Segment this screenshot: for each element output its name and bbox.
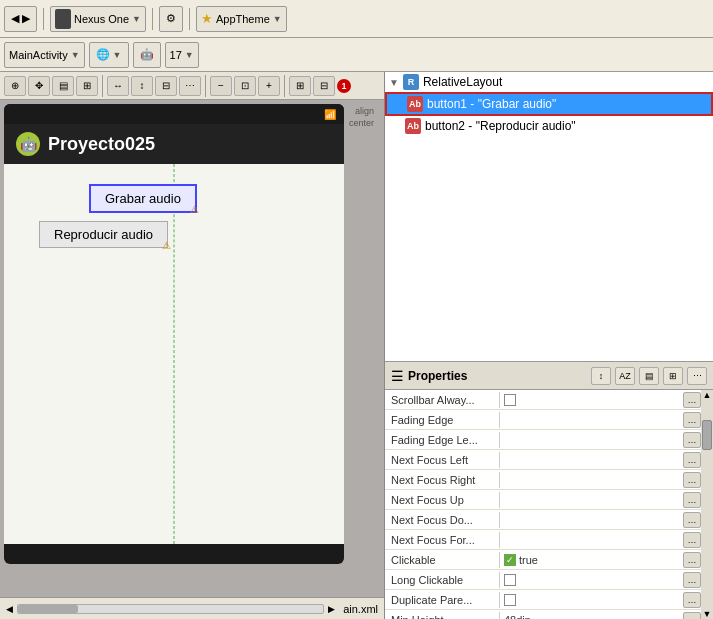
grid-btn[interactable]: ⊞ [76,76,98,96]
prop-value-4 [500,478,683,482]
separator-1 [43,8,44,30]
prop-row-7[interactable]: Next Focus For...… [385,530,701,550]
prop-dots-btn-8[interactable]: … [683,552,701,568]
prop-dots-btn-5[interactable]: … [683,492,701,508]
select-btn[interactable]: ⊕ [4,76,26,96]
zoom-out-btn[interactable]: − [210,76,232,96]
version-dropdown[interactable]: 17 ▼ [165,42,199,68]
pan-btn[interactable]: ✥ [28,76,50,96]
activity-label: MainActivity [9,49,68,61]
zoom-fit2-btn[interactable]: ⊟ [313,76,335,96]
prop-row-2[interactable]: Fading Edge Le...… [385,430,701,450]
properties-icon: ☰ [391,368,404,384]
prop-dots-btn-0[interactable]: … [683,392,701,408]
checkbox-empty-10[interactable] [504,594,516,606]
scroll-up-arrow[interactable]: ▲ [703,390,712,400]
prop-dots-btn-10[interactable]: … [683,592,701,608]
prop-dots-btn-11[interactable]: … [683,612,701,620]
prop-val-text-8: true [519,554,538,566]
ruler-h-btn[interactable]: ↔ [107,76,129,96]
checkbox-checked-8[interactable]: ✓ [504,554,516,566]
canvas-sep-3 [284,75,285,97]
app-header: 🤖 Proyecto025 [4,124,344,164]
prop-row-11[interactable]: Min Height48dip… [385,610,701,619]
checkbox-empty-0[interactable] [504,394,516,406]
layout-btn[interactable]: ▤ [52,76,74,96]
prop-name-2: Fading Edge Le... [385,432,500,448]
prop-value-6 [500,518,683,522]
button2-reproducir[interactable]: Reproducir audio [39,221,168,248]
android-icon-btn[interactable]: 🤖 [133,42,161,68]
prop-row-8[interactable]: Clickable✓true… [385,550,701,570]
prop-value-11: 48dip [500,612,683,620]
actions-btn[interactable]: ⚙ [159,6,183,32]
checkbox-empty-9[interactable] [504,574,516,586]
tree-item-relativelayout[interactable]: ▼ R RelativeLayout [385,72,713,92]
app-content: Grabar audio Reproducir audio [4,164,344,544]
device-dropdown[interactable]: Nexus One ▼ [50,6,146,32]
prop-sort2-btn[interactable]: AZ [615,367,635,385]
activity-dropdown[interactable]: MainActivity ▼ [4,42,85,68]
app-title-label: Proyecto025 [48,134,155,155]
prop-sort1-btn[interactable]: ↕ [591,367,611,385]
version-dropdown-arrow: ▼ [185,50,194,60]
prop-expand-btn[interactable]: ⊞ [663,367,683,385]
prop-scrollbar[interactable]: ▲ ▼ [701,390,713,619]
prop-value-9 [500,572,683,588]
prop-dots-btn-9[interactable]: … [683,572,701,588]
button1-grabar[interactable]: Grabar audio [89,184,197,213]
back-forward-btn[interactable]: ◀ ▶ [4,6,37,32]
prop-dots-btn-2[interactable]: … [683,432,701,448]
guides-btn[interactable]: ⊟ [155,76,177,96]
properties-body: Scrollbar Alway...…Fading Edge…Fading Ed… [385,390,713,619]
prop-row-0[interactable]: Scrollbar Alway...… [385,390,701,410]
prop-name-4: Next Focus Right [385,472,500,488]
scroll-thumb[interactable] [702,420,712,450]
prop-dots-btn-1[interactable]: … [683,412,701,428]
activity-dropdown-arrow: ▼ [71,50,80,60]
prop-name-1: Fading Edge [385,412,500,428]
prop-row-9[interactable]: Long Clickable… [385,570,701,590]
prop-dots-btn-3[interactable]: … [683,452,701,468]
prop-value-10 [500,592,683,608]
prop-value-2 [500,438,683,442]
prop-row-5[interactable]: Next Focus Up… [385,490,701,510]
more-btn[interactable]: ⋯ [179,76,201,96]
left-panel: ⊕ ✥ ▤ ⊞ ↔ ↕ ⊟ ⋯ − ⊡ + ⊞ ⊟ 1 aligncenter … [0,72,385,619]
prop-dots-btn-6[interactable]: … [683,512,701,528]
prop-row-3[interactable]: Next Focus Left… [385,450,701,470]
zoom-in-btn[interactable]: + [258,76,280,96]
ruler-v-btn[interactable]: ↕ [131,76,153,96]
prop-row-6[interactable]: Next Focus Do...… [385,510,701,530]
prop-dots-btn-4[interactable]: … [683,472,701,488]
prop-row-4[interactable]: Next Focus Right… [385,470,701,490]
device-canvas: 📶 🤖 Proyecto025 Grabar audio Reproducir … [4,104,344,564]
scroll-down-arrow[interactable]: ▼ [703,609,712,619]
prop-dots-btn-7[interactable]: … [683,532,701,548]
zoom-fit-btn[interactable]: ⊡ [234,76,256,96]
prop-row-10[interactable]: Duplicate Pare...… [385,590,701,610]
properties-title: Properties [408,369,587,383]
zoom-100-btn[interactable]: ⊞ [289,76,311,96]
prop-filter-btn[interactable]: ▤ [639,367,659,385]
tree-item-button1[interactable]: Ab button1 - "Grabar audio" [385,92,713,116]
back-icon: ◀ [11,12,19,25]
prop-more-btn[interactable]: ⋯ [687,367,707,385]
properties-panel: ☰ Properties ↕ AZ ▤ ⊞ ⋯ Scrollbar Alway.… [385,362,713,619]
scroll-left-btn[interactable]: ◀ [6,604,13,614]
theme-dropdown[interactable]: ★ AppTheme ▼ [196,6,287,32]
scroll-right-btn[interactable]: ▶ [328,604,335,614]
wifi-icon: 📶 [324,109,336,120]
prop-row-1[interactable]: Fading Edge… [385,410,701,430]
expand-arrow-root[interactable]: ▼ [389,77,399,88]
canvas-area[interactable]: aligncenter 📶 🤖 Proyecto025 Grabar audio [0,100,384,597]
separator-2 [152,8,153,30]
tree-item-button2[interactable]: Ab button2 - "Reproducir audio" [385,116,713,136]
tree-button1-label: button1 - "Grabar audio" [427,97,556,111]
properties-header: ☰ Properties ↕ AZ ▤ ⊞ ⋯ [385,362,713,390]
android-logo: 🤖 [16,132,40,156]
theme-label: AppTheme [216,13,270,25]
canvas-toolbar: ⊕ ✥ ▤ ⊞ ↔ ↕ ⊟ ⋯ − ⊡ + ⊞ ⊟ 1 [0,72,384,100]
locale-btn[interactable]: 🌐 ▼ [89,42,129,68]
button2-icon: Ab [405,118,421,134]
